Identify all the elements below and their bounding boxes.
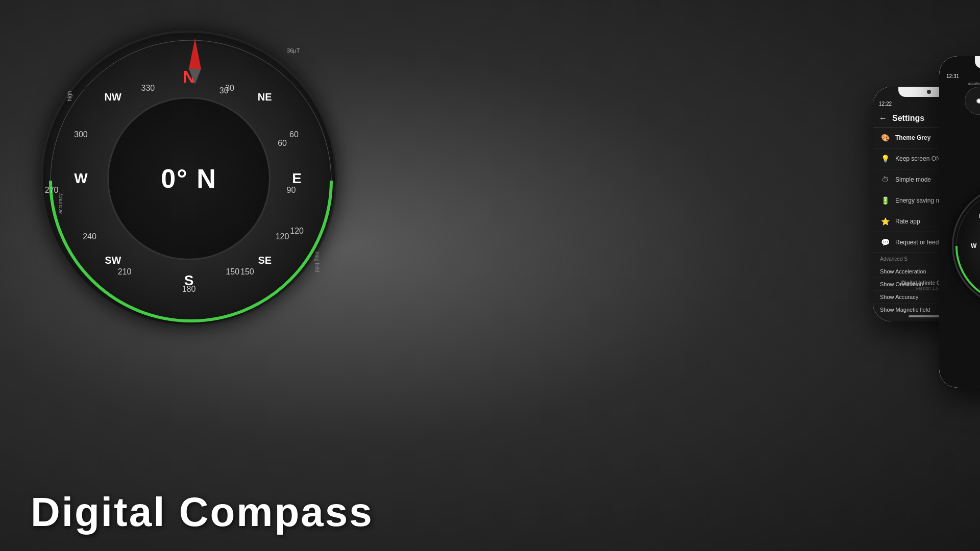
feedback-icon: 💬 [880, 237, 890, 247]
acceleration-dial-circle [965, 87, 980, 115]
deg-label-270: 270 [45, 186, 59, 195]
accel-dot [976, 98, 981, 104]
phone-2-screen: 12:31 ▲▲ 96% acceleration orientation [939, 56, 980, 388]
rate-icon: ⭐ [880, 216, 890, 227]
label-high: high [66, 91, 72, 102]
deg-label-60b: 60 [289, 130, 299, 139]
phone-1-camera [927, 90, 931, 94]
screen-icon: 💡 [880, 154, 890, 164]
pointer-up [189, 38, 201, 69]
phone-2-time: 12:31 [946, 73, 959, 79]
cardinal-nw: NW [105, 91, 121, 103]
cardinal-ne: NE [258, 91, 272, 103]
deg-label-120b: 120 [290, 227, 304, 236]
compass-outer: 30 60 90 120 150 180 210 240 270 300 330… [41, 31, 337, 327]
pointer-down [189, 69, 201, 84]
app-title: Digital Compass [31, 489, 374, 536]
deg-label-90: 90 [287, 186, 313, 195]
deg-label-60: 60 [278, 139, 287, 148]
settings-btn-2[interactable]: SETTINGS ⚙ [939, 374, 980, 388]
deg-label-210: 210 [118, 267, 132, 277]
phone-2: 12:31 ▲▲ 96% acceleration orientation [939, 56, 980, 388]
cardinal-w: W [74, 170, 87, 187]
acceleration-label: acceleration [965, 81, 980, 86]
main-compass-area-2: N NE E S W NW MS 52° NE [944, 117, 980, 374]
screen-label: Keep screen ON [895, 155, 941, 162]
theme-label: Theme Grey [895, 134, 930, 141]
compass-ring: 30 60 90 120 150 180 210 240 270 300 330… [41, 31, 337, 327]
c2-w: W [971, 242, 976, 249]
cardinal-sw: SW [105, 255, 121, 266]
mini-dials-container: acceleration orientation [939, 81, 980, 117]
back-icon[interactable]: ← [879, 114, 887, 123]
deg-label-120: 120 [276, 232, 289, 241]
compass-inner: 0° N [107, 97, 271, 260]
acceleration-dial: acceleration [965, 81, 980, 115]
compass-dial-2: N NE E S W NW MS 52° NE [952, 185, 980, 307]
compass-reading: 0° N [161, 163, 217, 194]
cardinal-s: S [184, 272, 194, 289]
deg-label-30b: 30 [225, 84, 234, 93]
deg-label-150b: 150 [240, 267, 254, 277]
main-compass-section: 30 60 90 120 150 180 210 240 270 300 330… [31, 31, 347, 357]
theme-icon: 🎨 [880, 133, 890, 143]
label-36ut: 36μT [287, 47, 300, 54]
rate-label: Rate app [895, 218, 920, 225]
simple-label: Simple mode [895, 176, 931, 183]
deg-label-240: 240 [83, 232, 96, 241]
settings-title-text: Settings [892, 114, 924, 123]
cardinal-se: SE [258, 255, 272, 266]
cardinal-e: E [292, 170, 302, 187]
deg-label-330: 330 [141, 84, 155, 93]
deg-label-150: 150 [226, 267, 239, 277]
simple-icon: ⏱ [880, 174, 890, 185]
phone-1-time: 12:22 [879, 101, 892, 107]
label-accuracy: accuracy [58, 193, 63, 214]
energy-icon: 🔋 [880, 195, 890, 206]
phones-section: 12:22 📷 ▲ 🔋 ← Settings 🎨 Theme Grey 💡 Ke… [623, 26, 980, 525]
deg-label-300: 300 [74, 130, 88, 139]
phone-2-status: 12:31 ▲▲ 96% [939, 69, 980, 81]
label-magfield: mag field [314, 252, 320, 272]
